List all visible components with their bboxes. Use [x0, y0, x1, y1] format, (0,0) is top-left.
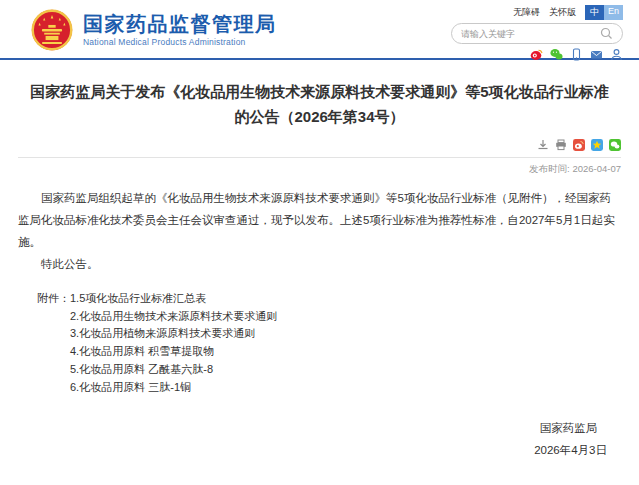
- signature-block: 国家药监局 2026年4月3日: [18, 418, 621, 462]
- lang-en-button[interactable]: En: [604, 5, 623, 20]
- brand-text: 国家药品监督管理局 National Medical Products Admi…: [83, 13, 277, 47]
- share-toolbar: [18, 139, 621, 151]
- publish-date: 2026-04-07: [572, 163, 621, 174]
- site-subtitle: National Medical Products Administration: [83, 37, 277, 47]
- attachment-list: 1.5项化妆品行业标准汇总表 2.化妆品用生物技术来源原料技术要求通则 3.化妆…: [70, 290, 277, 397]
- publish-label: 发布时间:: [529, 163, 570, 174]
- publish-time: 发布时间: 2026-04-07: [18, 163, 621, 176]
- qzone-share-icon[interactable]: [591, 139, 603, 151]
- language-toggle: 中 En: [585, 5, 623, 20]
- site-logo[interactable]: 国家药品监督管理局 National Medical Products Admi…: [30, 8, 277, 52]
- attachment-item: 3.化妆品用植物来源原料技术要求通则: [70, 325, 277, 343]
- attachment-item: 1.5项化妆品行业标准汇总表: [70, 290, 277, 308]
- user-icon[interactable]: [610, 48, 623, 61]
- attachment-item: 6.化妆品用原料 三肽-1铜: [70, 379, 277, 397]
- signature-date: 2026年4月3日: [534, 440, 607, 462]
- wechat-share-icon[interactable]: [609, 139, 621, 151]
- header-utilities: 无障碍 关怀版 中 En: [451, 5, 623, 61]
- weibo-share-icon[interactable]: [573, 139, 585, 151]
- lang-zh-button[interactable]: 中: [585, 5, 604, 20]
- body-paragraph: 特此公告。: [18, 253, 621, 275]
- accessibility-link[interactable]: 无障碍: [513, 6, 540, 19]
- site-title: 国家药品监督管理局: [83, 13, 277, 35]
- article-body: 国家药监局组织起草的《化妆品用生物技术来源原料技术要求通则》等5项化妆品行业标准…: [18, 187, 621, 275]
- attachment-list-block: 附件： 1.5项化妆品行业标准汇总表 2.化妆品用生物技术来源原料技术要求通则 …: [37, 290, 621, 397]
- wechat-icon[interactable]: [550, 48, 563, 61]
- site-header: 国家药品监督管理局 National Medical Products Admi…: [0, 0, 639, 60]
- search-icon[interactable]: [600, 27, 613, 40]
- article: 国家药监局关于发布《化妆品用生物技术来源原料技术要求通则》等5项化妆品行业标准的…: [0, 80, 639, 461]
- article-title: 国家药监局关于发布《化妆品用生物技术来源原料技术要求通则》等5项化妆品行业标准的…: [18, 80, 621, 130]
- title-separator: [18, 157, 621, 158]
- email-icon[interactable]: [590, 48, 603, 61]
- search-box: [451, 23, 623, 44]
- search-input[interactable]: [461, 29, 600, 39]
- attachment-item: 2.化妆品用生物技术来源原料技术要求通则: [70, 308, 277, 326]
- weibo-icon[interactable]: [530, 48, 543, 61]
- attachments-label: 附件：: [37, 290, 70, 397]
- national-emblem-icon: [30, 8, 74, 52]
- care-version-link[interactable]: 关怀版: [549, 6, 576, 19]
- mobile-icon[interactable]: [570, 48, 583, 61]
- print-icon[interactable]: [555, 139, 567, 151]
- top-links: 无障碍 关怀版 中 En: [513, 5, 623, 19]
- signature-org: 国家药监局: [534, 418, 607, 440]
- attachment-item: 5.化妆品用原料 乙酰基六肽-8: [70, 361, 277, 379]
- body-paragraph: 国家药监局组织起草的《化妆品用生物技术来源原料技术要求通则》等5项化妆品行业标准…: [18, 187, 621, 253]
- download-icon[interactable]: [537, 139, 549, 151]
- attachment-item: 4.化妆品用原料 积雪草提取物: [70, 343, 277, 361]
- social-row: [530, 48, 623, 61]
